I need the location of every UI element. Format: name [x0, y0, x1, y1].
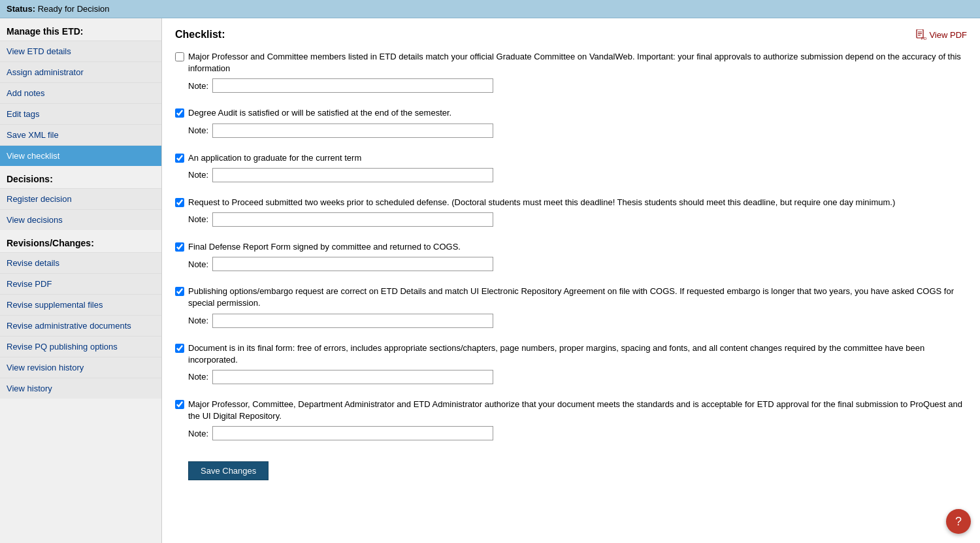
checklist-row-4: Request to Proceed submitted two weeks p…	[175, 197, 967, 208]
note-input-8[interactable]	[212, 426, 493, 440]
view-pdf-label: View PDF	[929, 30, 967, 40]
note-row-3: Note:	[188, 168, 967, 182]
checklist-item-8: Major Professor, Committee, Department A…	[175, 399, 967, 444]
checklist-checkbox-3[interactable]	[175, 154, 184, 163]
note-label-2: Note:	[188, 125, 208, 135]
note-row-4: Note:	[188, 212, 967, 227]
manage-heading: Manage this ETD:	[0, 18, 161, 41]
checklist-items-container: Major Professor and Committee members li…	[175, 51, 967, 444]
checklist-item-6: Publishing options/embargo request are c…	[175, 286, 967, 331]
sidebar-item-view-history[interactable]: View history	[0, 378, 161, 399]
checklist-checkbox-6[interactable]	[175, 287, 184, 296]
sidebar-item-revise-details[interactable]: Revise details	[0, 252, 161, 273]
checklist-checkbox-2[interactable]	[175, 108, 184, 118]
sidebar-item-revise-pdf[interactable]: Revise PDF	[0, 273, 161, 294]
checklist-item-1: Major Professor and Committee members li…	[175, 51, 967, 97]
status-bar: Status: Ready for Decision	[0, 0, 980, 18]
checklist-row-5: Final Defense Report Form signed by comm…	[175, 241, 967, 253]
view-pdf-link[interactable]: PDF View PDF	[916, 29, 967, 40]
checklist-text-4: Request to Proceed submitted two weeks p…	[188, 197, 895, 208]
checklist-checkbox-5[interactable]	[175, 242, 184, 252]
note-input-1[interactable]	[212, 78, 493, 93]
note-label-6: Note:	[188, 316, 208, 325]
note-input-2[interactable]	[212, 123, 493, 138]
note-row-6: Note:	[188, 314, 967, 328]
note-label-8: Note:	[188, 429, 208, 438]
sidebar-item-assign-administrator[interactable]: Assign administrator	[0, 61, 161, 82]
sidebar: Manage this ETD: View ETD detailsAssign …	[0, 18, 162, 543]
note-input-3[interactable]	[212, 168, 493, 182]
sidebar-revisions-items: Revise detailsRevise PDFRevise supplemen…	[0, 252, 161, 399]
sidebar-item-save-xml-file[interactable]: Save XML file	[0, 124, 161, 145]
note-row-2: Note:	[188, 123, 967, 138]
status-label: Status:	[7, 4, 35, 14]
content-area: Checklist: PDF View PDF Major Professor …	[162, 18, 980, 543]
note-row-8: Note:	[188, 426, 967, 440]
checklist-item-7: Document is in its final form: free of e…	[175, 342, 967, 388]
checklist-text-8: Major Professor, Committee, Department A…	[188, 399, 967, 422]
sidebar-item-view-etd-details[interactable]: View ETD details	[0, 41, 161, 61]
note-row-5: Note:	[188, 257, 967, 271]
checklist-checkbox-4[interactable]	[175, 198, 184, 207]
checklist-item-5: Final Defense Report Form signed by comm…	[175, 241, 967, 275]
help-icon: ?	[955, 515, 962, 529]
note-input-5[interactable]	[212, 257, 493, 271]
checklist-text-5: Final Defense Report Form signed by comm…	[188, 241, 461, 253]
sidebar-item-view-decisions[interactable]: View decisions	[0, 209, 161, 230]
note-label-5: Note:	[188, 259, 208, 269]
help-bubble[interactable]: ?	[946, 509, 971, 534]
checklist-checkbox-7[interactable]	[175, 344, 184, 353]
sidebar-item-edit-tags[interactable]: Edit tags	[0, 103, 161, 124]
sidebar-item-revise-supplemental-files[interactable]: Revise supplemental files	[0, 294, 161, 315]
decisions-heading: Decisions:	[0, 166, 161, 188]
checklist-text-2: Degree Audit is satisfied or will be sat…	[188, 107, 451, 119]
sidebar-item-register-decision[interactable]: Register decision	[0, 188, 161, 209]
checklist-row-6: Publishing options/embargo request are c…	[175, 286, 967, 309]
note-label-4: Note:	[188, 214, 208, 224]
checklist-checkbox-8[interactable]	[175, 400, 184, 409]
checklist-row-8: Major Professor, Committee, Department A…	[175, 399, 967, 422]
sidebar-item-view-revision-history[interactable]: View revision history	[0, 357, 161, 378]
checklist-title: Checklist:	[175, 29, 225, 41]
checklist-item-3: An application to graduate for the curre…	[175, 152, 967, 186]
checklist-row-1: Major Professor and Committee members li…	[175, 51, 967, 74]
sidebar-manage-items: View ETD detailsAssign administratorAdd …	[0, 41, 161, 166]
svg-text:PDF: PDF	[921, 37, 926, 40]
checklist-item-2: Degree Audit is satisfied or will be sat…	[175, 107, 967, 141]
note-row-7: Note:	[188, 370, 967, 384]
checklist-row-3: An application to graduate for the curre…	[175, 152, 967, 164]
note-row-1: Note:	[188, 78, 967, 93]
checklist-checkbox-1[interactable]	[175, 52, 184, 61]
checklist-text-7: Document is in its final form: free of e…	[188, 342, 967, 366]
checklist-header: Checklist: PDF View PDF	[175, 29, 967, 41]
sidebar-item-revise-administrative-documents[interactable]: Revise administrative documents	[0, 315, 161, 336]
checklist-row-2: Degree Audit is satisfied or will be sat…	[175, 107, 967, 119]
sidebar-item-add-notes[interactable]: Add notes	[0, 82, 161, 103]
revisions-heading: Revisions/Changes:	[0, 230, 161, 252]
checklist-text-3: An application to graduate for the curre…	[188, 152, 361, 164]
note-label-1: Note:	[188, 81, 208, 91]
checklist-text-6: Publishing options/embargo request are c…	[188, 286, 967, 309]
note-input-6[interactable]	[212, 314, 493, 328]
sidebar-item-revise-pq-publishing-options[interactable]: Revise PQ publishing options	[0, 336, 161, 357]
note-label-7: Note:	[188, 372, 208, 382]
sidebar-decisions-items: Register decisionView decisions	[0, 188, 161, 230]
sidebar-item-view-checklist[interactable]: View checklist	[0, 145, 161, 166]
checklist-text-1: Major Professor and Committee members li…	[188, 51, 967, 74]
pdf-icon: PDF	[916, 29, 926, 40]
checklist-item-4: Request to Proceed submitted two weeks p…	[175, 197, 967, 231]
note-label-3: Note:	[188, 170, 208, 180]
checklist-row-7: Document is in its final form: free of e…	[175, 342, 967, 366]
note-input-4[interactable]	[212, 212, 493, 227]
status-value: Ready for Decision	[38, 4, 110, 14]
note-input-7[interactable]	[212, 370, 493, 384]
save-changes-button[interactable]: Save Changes	[188, 461, 269, 480]
